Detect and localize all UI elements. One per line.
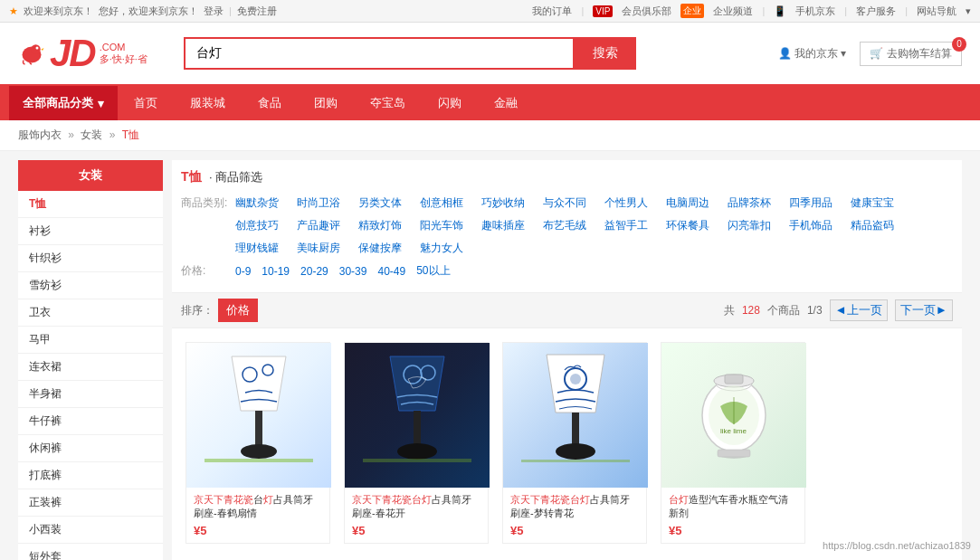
product-card-3[interactable]: 京天下青花瓷台灯占具筒牙刷座-梦转青花 ¥5 [502,342,647,544]
tag-bathroom[interactable]: 时尚卫浴 [297,195,340,211]
tag-computer[interactable]: 电脑周边 [666,195,709,211]
product-info-2: 京天下青花瓷台灯占具筒牙刷座-春花开 ¥5 [345,488,488,543]
chevron-down-icon2: ▾ [841,47,846,60]
nav-item-auction[interactable]: 夺宝岛 [354,86,422,120]
cart-button[interactable]: 🛒 0 去购物车结算 [860,42,962,66]
welcome-full: 您好，欢迎来到京东！ [99,5,198,18]
sidebar-item-chiffon[interactable]: 雪纺衫 [18,272,163,299]
breadcrumb-sep1: » [68,128,74,141]
tag-teacup[interactable]: 品牌茶杯 [728,195,771,211]
orders-link[interactable]: 我的订单 [532,5,572,18]
price-30-39[interactable]: 30-39 [339,265,367,278]
tag-massage[interactable]: 保健按摩 [358,241,402,256]
nav-item-group[interactable]: 团购 [298,86,354,120]
tag-puzzle[interactable]: 益智手工 [604,218,648,233]
total-label: 共 [724,303,735,318]
my-account-btn[interactable]: 👤 我的京东 ▾ [778,46,846,62]
price-40-49[interactable]: 40-49 [377,265,405,278]
tag-seasonal[interactable]: 四季用品 [789,195,833,211]
nav-category-arrow: ▾ [98,97,104,110]
filter-category-label: 商品类别: [181,195,235,211]
sidebar-item-skirt[interactable]: 半身裙 [18,381,163,408]
nav-item-flash[interactable]: 闪购 [422,86,478,120]
tag-humor[interactable]: 幽默杂货 [235,195,279,211]
sidebar-item-short-coat[interactable]: 短外套 [18,544,163,560]
login-link[interactable]: 登录 [204,5,224,18]
sidebar-item-formal-pants[interactable]: 正装裤 [18,489,163,517]
vip-club-link[interactable]: 会员俱乐部 [622,5,671,18]
sidebar-item-vest[interactable]: 马甲 [18,327,163,354]
highlight-3: 灯 [263,494,273,505]
tag-review[interactable]: 产品趣评 [297,218,340,233]
tag-socket[interactable]: 趣味插座 [481,218,525,233]
mobile-link[interactable]: 手机京东 [795,5,835,18]
product-card-4[interactable]: like lime 台灯造型汽车香水瓶空气清新剂 ¥5 [661,342,805,544]
sort-left: 排序： 价格 [181,299,258,322]
sidebar-item-dress[interactable]: 连衣裙 [18,354,163,381]
search-button[interactable]: 搜索 [575,37,636,70]
breadcrumb-home[interactable]: 服饰内衣 [18,128,62,141]
lamp-svg-1 [205,347,313,483]
tag-eco[interactable]: 环保餐具 [666,218,709,233]
price-10-19[interactable]: 10-19 [262,265,290,278]
search-bar[interactable]: 搜索 [184,37,636,70]
site-nav-link[interactable]: 网站导航 [917,5,956,18]
product-price-2: ¥5 [352,524,480,537]
tag-lighting[interactable]: 精致灯饰 [358,218,402,233]
sidebar-item-knit[interactable]: 针织衫 [18,245,163,272]
sidebar: 女装 T恤 衬衫 针织衫 雪纺衫 卫衣 马甲 连衣裙 半身裙 牛仔裤 休闲裤 打… [18,160,163,560]
tag-culture[interactable]: 另类文体 [358,195,402,211]
nav-item-food[interactable]: 食品 [242,86,298,120]
svg-point-18 [570,374,581,384]
tag-unique[interactable]: 与众不同 [543,195,586,211]
tag-storage[interactable]: 巧妙收纳 [481,195,525,211]
price-0-9[interactable]: 0-9 [235,265,251,278]
sidebar-item-jeans[interactable]: 牛仔裤 [18,408,163,435]
sidebar-item-hoodie[interactable]: 卫衣 [18,299,163,327]
nav-category-btn[interactable]: 全部商品分类 ▾ [9,86,118,120]
tag-piggy[interactable]: 精品盗码 [851,218,894,233]
nav-items: 首页 服装城 食品 团购 夺宝岛 闪购 金融 [118,86,534,120]
breadcrumb-women[interactable]: 女装 [81,128,102,141]
customer-link[interactable]: 客户服务 [856,5,896,18]
tag-buckle[interactable]: 闪亮靠扣 [728,218,771,233]
svg-point-2 [36,47,39,50]
next-page-btn[interactable]: 下一页► [895,299,953,321]
sort-bar: 排序： 价格 共 128 个商品 1/3 ◄上一页 下一页► [172,293,962,328]
tag-fabric[interactable]: 布艺毛绒 [543,218,586,233]
sidebar-item-shirt[interactable]: 衬衫 [18,218,163,245]
price-50-up[interactable]: 50以上 [416,263,450,279]
price-20-29[interactable]: 20-29 [300,265,328,278]
tag-men[interactable]: 个性男人 [604,195,648,211]
tag-frame[interactable]: 创意相框 [420,195,463,211]
search-input[interactable] [184,37,575,70]
nav-item-finance[interactable]: 金融 [478,86,534,120]
sidebar-item-blazer[interactable]: 小西装 [18,517,163,544]
prev-page-btn[interactable]: ◄上一页 [830,299,888,321]
nav-item-home[interactable]: 首页 [118,86,174,120]
sidebar-item-leggings[interactable]: 打底裤 [18,462,163,489]
cart-count-badge: 0 [952,37,966,52]
svg-text:like lime: like lime [720,427,747,435]
tag-health[interactable]: 健康宝宝 [851,195,894,211]
sort-right: 共 128 个商品 1/3 ◄上一页 下一页► [724,299,953,321]
cart-label: 去购物车结算 [887,46,952,62]
ent-link[interactable]: 企业频道 [713,5,753,18]
lamp-svg-3 [521,347,630,483]
sidebar-item-tshirt[interactable]: T恤 [18,191,163,218]
sidebar-item-casual-pants[interactable]: 休闲裤 [18,435,163,462]
tag-tips[interactable]: 创意技巧 [235,218,279,233]
register-link[interactable]: 免费注册 [237,5,277,18]
tag-phone-deco[interactable]: 手机饰品 [789,218,833,233]
sort-price-btn[interactable]: 价格 [218,299,258,322]
product-card-1[interactable]: 京天下青花瓷台灯占具筒牙刷座-春鹤扇情 ¥5 [186,342,330,544]
logo[interactable]: JD .COM 多·快·好·省 [18,32,147,75]
header: JD .COM 多·快·好·省 搜索 👤 我的京东 ▾ 🛒 0 去购物车结算 [0,23,980,86]
tag-kitchen[interactable]: 美味厨房 [297,241,340,256]
tag-savings[interactable]: 理财钱罐 [235,241,279,256]
tag-car[interactable]: 阳光车饰 [420,218,463,233]
nav-item-fashion[interactable]: 服装城 [174,86,242,120]
tag-woman[interactable]: 魅力女人 [420,241,463,256]
product-card-2[interactable]: 京天下青花瓷台灯占具筒牙刷座-春花开 ¥5 [344,342,489,544]
top-bar-right: 我的订单 | VIP 会员俱乐部 企业 企业频道 | 📱 手机京东 | 客户服务… [532,4,971,18]
